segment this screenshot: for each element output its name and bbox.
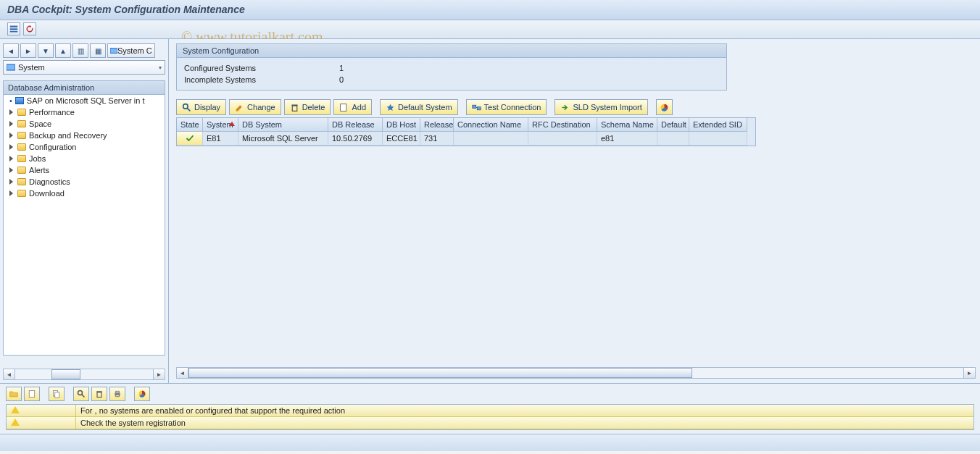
open-folder-icon[interactable] xyxy=(6,387,22,401)
column-header-extended-sid[interactable]: Extended SID xyxy=(689,118,747,132)
display-button[interactable]: Display xyxy=(176,99,226,115)
expand-up-icon[interactable]: ▼ xyxy=(38,43,54,58)
next-icon[interactable]: ► xyxy=(20,43,36,58)
scrollbar-thumb[interactable] xyxy=(188,368,692,378)
sld-import-button[interactable]: SLD System Import xyxy=(555,99,647,115)
message-grid: For , no systems are enabled or configur… xyxy=(6,404,974,430)
svg-rect-9 xyxy=(341,104,346,111)
message-row[interactable]: Check the system registration xyxy=(7,417,973,429)
tree-item-label: SAP on Microsoft SQL Server in t xyxy=(27,96,145,105)
column-header-connection-name[interactable]: Connection Name xyxy=(454,118,528,132)
column-header-system[interactable]: System xyxy=(203,118,238,132)
expand-arrow-icon[interactable] xyxy=(9,179,13,185)
svg-rect-2 xyxy=(10,31,18,33)
grid-cell-schema_name[interactable]: e81 xyxy=(597,132,657,146)
chart-icon[interactable] xyxy=(134,387,150,401)
tree-item-label: Backup and Recovery xyxy=(29,131,107,140)
grid-cell-system[interactable]: E81 xyxy=(203,132,238,146)
tree-item-configuration[interactable]: Configuration xyxy=(4,141,165,153)
chart-icon-button[interactable] xyxy=(656,99,673,115)
column-header-state[interactable]: State xyxy=(177,118,203,132)
grid-cell-connection_name[interactable] xyxy=(454,132,528,146)
delete-label: Delete xyxy=(302,103,325,112)
tree-item-alerts[interactable]: Alerts xyxy=(4,164,165,176)
print-icon[interactable] xyxy=(109,387,125,401)
sld-import-label: SLD System Import xyxy=(573,103,641,112)
prev-icon[interactable]: ◄ xyxy=(3,43,19,58)
sidebar-panel-title: Database Administration xyxy=(3,80,165,95)
grid-cell-db_release[interactable]: 10.50.2769 xyxy=(328,132,383,146)
tree-item-diagnostics[interactable]: Diagnostics xyxy=(4,176,165,188)
system-column-button[interactable]: System C xyxy=(107,43,155,58)
layout-icon[interactable]: ▦ xyxy=(90,43,106,58)
grid-cell-db_host[interactable]: ECCE81 xyxy=(383,132,420,146)
column-header-db-system[interactable]: DB System xyxy=(238,118,328,132)
folder-icon xyxy=(17,143,26,151)
column-header-default[interactable]: Default xyxy=(657,118,689,132)
tree-item-label: Download xyxy=(29,189,65,198)
systems-grid[interactable]: StateSystemDB SystemDB ReleaseDB HostRel… xyxy=(176,117,756,146)
config-value: 0 xyxy=(315,75,344,84)
config-value: 1 xyxy=(315,64,344,72)
column-config-icon[interactable]: ▥ xyxy=(72,43,88,58)
details-icon[interactable] xyxy=(7,22,20,35)
expand-arrow-icon[interactable]: • xyxy=(9,96,12,105)
details-icon[interactable] xyxy=(73,387,89,401)
expand-arrow-icon[interactable] xyxy=(9,167,13,173)
tree-item-label: Configuration xyxy=(29,143,76,151)
tree-item-sap-on-microsoft-sql-server-in-t[interactable]: •SAP on Microsoft SQL Server in t xyxy=(4,95,165,106)
grid-cell-state xyxy=(177,132,203,146)
expand-arrow-icon[interactable] xyxy=(9,109,13,115)
expand-arrow-icon[interactable] xyxy=(9,190,13,196)
document-icon[interactable] xyxy=(24,387,40,401)
tree-item-label: Space xyxy=(29,119,51,128)
folder-icon xyxy=(17,178,26,185)
tree-item-label: Jobs xyxy=(29,154,46,163)
grid-cell-default[interactable] xyxy=(657,132,689,146)
test-connection-button[interactable]: Test Connection xyxy=(466,99,547,115)
config-label: Incomplete Systems xyxy=(184,75,315,84)
tree-item-backup-and-recovery[interactable]: Backup and Recovery xyxy=(4,130,165,141)
scroll-left-icon[interactable]: ◄ xyxy=(4,369,15,379)
collapse-down-icon[interactable]: ▲ xyxy=(55,43,71,58)
content-scrollbar[interactable]: ◄ ► xyxy=(176,367,976,379)
add-button[interactable]: Add xyxy=(333,99,372,115)
tree-item-download[interactable]: Download xyxy=(4,188,165,199)
column-header-rfc-destination[interactable]: RFC Destination xyxy=(528,118,597,132)
delete-button[interactable]: Delete xyxy=(284,99,331,115)
message-row[interactable]: For , no systems are enabled or configur… xyxy=(7,405,973,417)
grid-cell-release[interactable]: 731 xyxy=(420,132,454,146)
expand-arrow-icon[interactable] xyxy=(9,133,13,138)
column-header-schema-name[interactable]: Schema Name xyxy=(597,118,657,132)
sidebar-scrollbar[interactable]: ◄ ► xyxy=(3,369,165,380)
change-button[interactable]: Change xyxy=(229,99,281,115)
column-header-release[interactable]: Release xyxy=(420,118,454,132)
refresh-icon[interactable] xyxy=(23,22,36,35)
expand-arrow-icon[interactable] xyxy=(9,156,13,161)
system-dropdown[interactable]: System ▾ xyxy=(3,60,165,75)
grid-cell-db_system[interactable]: Microsoft SQL Server xyxy=(238,132,328,146)
navigation-sidebar: ◄ ► ▼ ▲ ▥ ▦ System C System ▾ Database A… xyxy=(0,39,169,383)
grid-cell-extended_sid[interactable] xyxy=(689,132,747,146)
navigation-tree[interactable]: •SAP on Microsoft SQL Server in tPerform… xyxy=(3,95,165,356)
delete-msg-icon[interactable] xyxy=(91,387,107,401)
scroll-right-icon[interactable]: ► xyxy=(153,369,165,379)
database-icon xyxy=(15,97,24,104)
expand-arrow-icon[interactable] xyxy=(9,144,13,150)
copy-icon[interactable] xyxy=(49,387,65,401)
folder-icon xyxy=(17,155,26,162)
tree-item-performance[interactable]: Performance xyxy=(4,106,165,118)
expand-arrow-icon[interactable] xyxy=(9,121,13,127)
message-panel: For , no systems are enabled or configur… xyxy=(0,383,980,434)
scroll-right-icon[interactable]: ► xyxy=(963,368,975,378)
column-header-db-host[interactable]: DB Host xyxy=(383,118,420,132)
scroll-left-icon[interactable]: ◄ xyxy=(177,368,188,378)
grid-cell-rfc_destination[interactable] xyxy=(528,132,597,146)
column-header-db-release[interactable]: DB Release xyxy=(328,118,383,132)
default-system-button[interactable]: Default System xyxy=(380,99,458,115)
scrollbar-thumb[interactable] xyxy=(51,369,80,379)
tree-item-space[interactable]: Space xyxy=(4,118,165,130)
tree-item-jobs[interactable]: Jobs xyxy=(4,153,165,164)
status-bar xyxy=(0,434,980,451)
system-column-label: System C xyxy=(117,46,152,55)
